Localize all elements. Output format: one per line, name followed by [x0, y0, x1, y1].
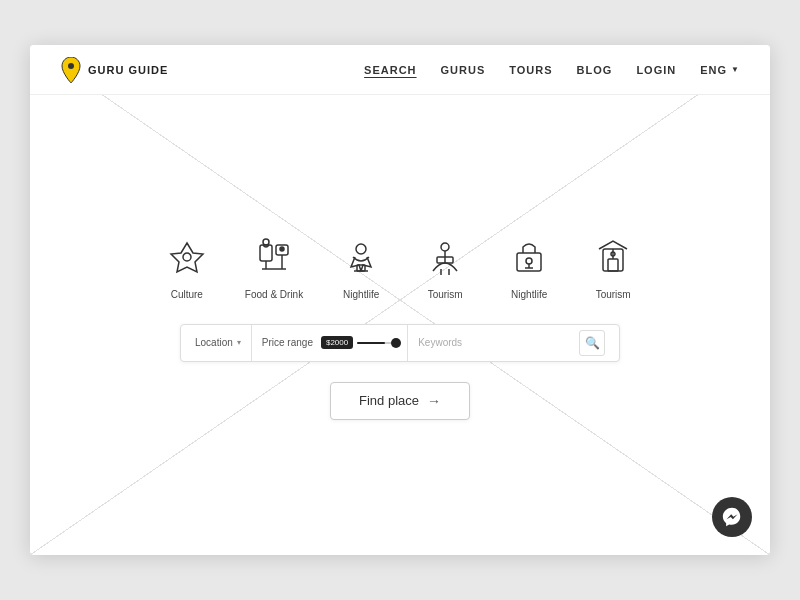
svg-point-12 [441, 243, 449, 251]
svg-point-7 [280, 247, 284, 251]
food-drink-label: Food & Drink [245, 289, 303, 300]
nav-links: SEARCH GURUS TOURS BLOG LOGIN ENG ▼ [364, 64, 740, 76]
nightlife-label: Nightlife [343, 289, 379, 300]
find-place-button[interactable]: Find place → [330, 382, 470, 420]
svg-point-0 [68, 63, 74, 69]
price-value-badge: $2000 [321, 336, 353, 349]
nav-lang[interactable]: ENG ▼ [700, 64, 740, 76]
logo[interactable]: GURU GUIDE [60, 57, 168, 83]
tourism2-label: Tourism [596, 289, 631, 300]
nightlife-icon [335, 231, 387, 283]
price-slider-track[interactable] [357, 342, 397, 344]
search-icon: 🔍 [585, 336, 600, 350]
find-place-label: Find place [359, 393, 419, 408]
nav-search[interactable]: SEARCH [364, 64, 416, 76]
tourism-icon [419, 231, 471, 283]
category-nightlife2[interactable]: Nightlife [503, 231, 555, 300]
nav-blog[interactable]: BLOG [577, 64, 613, 76]
svg-point-9 [356, 244, 366, 254]
logo-text: GURU GUIDE [88, 64, 168, 76]
svg-point-1 [183, 253, 191, 261]
price-slider-container: $2000 [321, 336, 397, 349]
search-bar: Location ▾ Price range $2000 Keywords [180, 324, 620, 362]
logo-pin-icon [60, 57, 82, 83]
price-slider-fill [357, 342, 385, 344]
search-button[interactable]: 🔍 [579, 330, 605, 356]
arrow-icon: → [427, 393, 441, 409]
svg-point-16 [526, 258, 532, 264]
location-selector[interactable]: Location ▾ [185, 325, 252, 361]
category-tourism2[interactable]: Tourism [587, 231, 639, 300]
location-label: Location [195, 337, 233, 348]
nav-login[interactable]: LOGIN [636, 64, 676, 76]
location-chevron-icon: ▾ [237, 338, 241, 347]
price-range-selector[interactable]: Price range $2000 [252, 325, 408, 361]
nav-gurus[interactable]: GURUS [441, 64, 486, 76]
nightlife2-label: Nightlife [511, 289, 547, 300]
category-food-drink[interactable]: Food & Drink [245, 231, 303, 300]
svg-point-8 [263, 239, 269, 245]
keywords-placeholder: Keywords [418, 337, 462, 348]
category-culture[interactable]: Culture [161, 231, 213, 300]
keywords-section[interactable]: Keywords 🔍 [408, 325, 615, 361]
chevron-down-icon: ▼ [731, 65, 740, 74]
category-nightlife[interactable]: Nightlife [335, 231, 387, 300]
culture-label: Culture [171, 289, 203, 300]
messenger-button[interactable] [712, 497, 752, 537]
categories-row: Culture Food [161, 231, 639, 300]
navbar: GURU GUIDE SEARCH GURUS TOURS BLOG LOGIN… [30, 45, 770, 95]
messenger-icon [721, 506, 743, 528]
culture-icon [161, 231, 213, 283]
tourism-label: Tourism [428, 289, 463, 300]
nav-tours[interactable]: TOURS [509, 64, 552, 76]
category-tourism[interactable]: Tourism [419, 231, 471, 300]
price-slider-thumb[interactable] [391, 338, 401, 348]
tourism2-icon [587, 231, 639, 283]
main-content: Culture Food [30, 95, 770, 555]
food-drink-icon [248, 231, 300, 283]
nightlife2-icon [503, 231, 555, 283]
price-label: Price range [262, 337, 313, 348]
svg-rect-20 [608, 259, 618, 271]
